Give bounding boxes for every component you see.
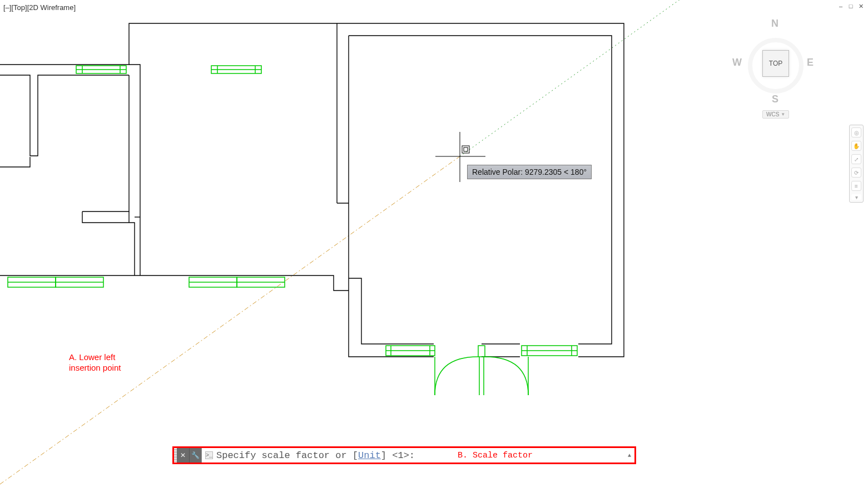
viewcube-top-face[interactable]: TOP bbox=[762, 50, 789, 77]
wcs-dropdown[interactable]: WCS ▼ bbox=[762, 110, 789, 119]
command-line-region: ✕ 🔧 >_ Specify scale factor or [Unit] <1… bbox=[172, 446, 636, 464]
annotation-a-line2: insertion point bbox=[69, 363, 121, 373]
viewcube-south[interactable]: S bbox=[772, 94, 778, 105]
close-button[interactable]: ✕ bbox=[857, 2, 865, 10]
navbar-expand-icon[interactable]: ▾ bbox=[851, 194, 861, 200]
viewcube-west[interactable]: W bbox=[732, 57, 742, 68]
maximize-button[interactable]: □ bbox=[847, 2, 855, 10]
steering-wheel-icon[interactable]: ◎ bbox=[851, 127, 861, 137]
navigation-bar: ◎ ✋ ⤢ ⟳ ≡ ▾ bbox=[849, 125, 864, 203]
pan-icon[interactable]: ✋ bbox=[851, 141, 861, 151]
svg-rect-33 bbox=[462, 146, 469, 153]
viewcube[interactable]: N S W E TOP WCS ▼ bbox=[740, 17, 807, 111]
polar-tracking-tooltip: Relative Polar: 9279.2305 < 180° bbox=[467, 165, 592, 179]
command-prompt-icon: >_ bbox=[205, 451, 213, 459]
viewport-window-controls: – □ ✕ bbox=[837, 2, 865, 10]
orbit-icon[interactable]: ⟳ bbox=[851, 168, 861, 178]
show-motion-icon[interactable]: ≡ bbox=[851, 181, 861, 191]
annotation-a-line1: A. Lower left bbox=[69, 352, 121, 363]
command-text-pre: Specify scale factor or [ bbox=[216, 450, 358, 461]
zoom-extents-icon[interactable]: ⤢ bbox=[851, 154, 861, 164]
annotation-a: A. Lower left insertion point bbox=[69, 352, 121, 373]
drawing-canvas[interactable] bbox=[0, 0, 868, 492]
command-close-button[interactable]: ✕ bbox=[177, 447, 189, 463]
svg-rect-34 bbox=[464, 147, 468, 151]
svg-rect-30 bbox=[478, 346, 485, 357]
viewport-label[interactable]: [–][Top][2D Wireframe] bbox=[3, 3, 76, 12]
viewcube-north[interactable]: N bbox=[771, 18, 778, 29]
annotation-b: B. Scale factor bbox=[458, 451, 533, 460]
command-option-unit[interactable]: Unit bbox=[358, 450, 381, 461]
svg-line-0 bbox=[0, 156, 460, 484]
viewcube-east[interactable]: E bbox=[807, 57, 814, 68]
chevron-down-icon: ▼ bbox=[781, 112, 785, 117]
command-history-expand-icon[interactable]: ▲ bbox=[628, 452, 631, 459]
command-text-post: ] <1>: bbox=[381, 450, 415, 461]
command-customize-button[interactable]: 🔧 bbox=[189, 447, 201, 463]
command-input[interactable]: >_ Specify scale factor or [Unit] <1>: B… bbox=[201, 447, 635, 463]
minimize-button[interactable]: – bbox=[837, 2, 845, 10]
wcs-label: WCS bbox=[766, 111, 779, 117]
